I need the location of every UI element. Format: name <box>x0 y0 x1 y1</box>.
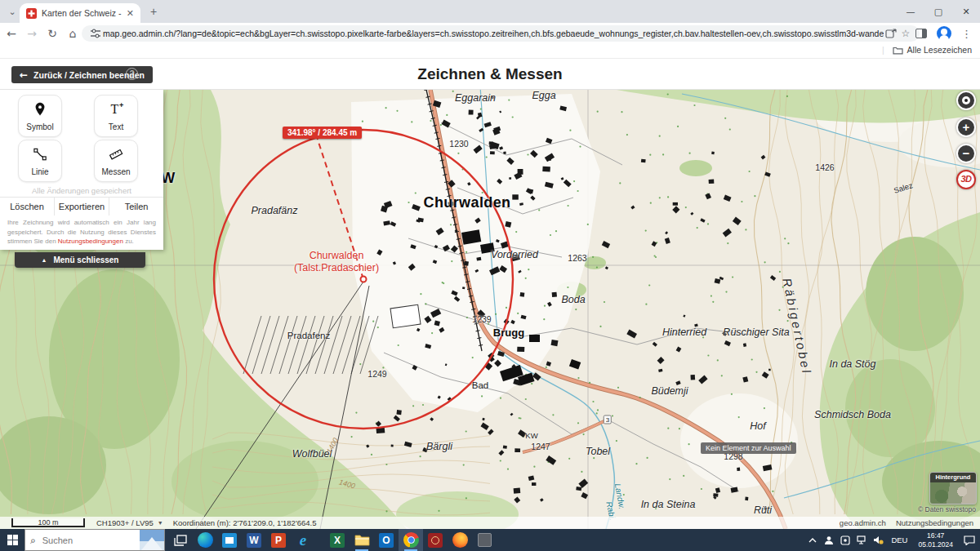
disclaimer-text: Ihre Zeichnung wird automatisch ein Jahr… <box>7 218 156 247</box>
firefox-icon[interactable] <box>448 529 472 551</box>
file-explorer-icon[interactable] <box>350 529 374 551</box>
forward-icon[interactable]: → <box>23 24 41 42</box>
terms-link[interactable]: Nutzungsbedingungen <box>58 238 123 245</box>
footer-links: geo.admin.chNutzungsbedingungen <box>840 518 973 527</box>
side-panel-icon[interactable] <box>915 29 927 38</box>
browser-tab-strip: ⌄ Karten der Schweiz - Schweize ✕ + — ▢ … <box>0 0 980 23</box>
profile-avatar[interactable] <box>937 26 951 41</box>
measure-tooltip: 341.98° / 284.45 m <box>283 127 362 139</box>
tune-icon <box>88 29 103 38</box>
chrome-icon[interactable] <box>399 529 423 551</box>
powerpoint-icon[interactable]: P <box>266 529 291 551</box>
taskbar-search[interactable]: ⌕ <box>24 529 165 551</box>
tool-button-symbol[interactable]: Symbol <box>18 95 62 137</box>
saved-status: Alle Änderungen gespeichert <box>0 186 163 195</box>
internet-explorer-icon[interactable]: e <box>291 529 315 551</box>
tab-close-icon[interactable]: ✕ <box>127 8 134 19</box>
back-icon[interactable]: ← <box>2 24 20 42</box>
search-highlight-image[interactable] <box>140 530 164 550</box>
reload-icon[interactable]: ↻ <box>43 24 61 42</box>
app-header: Zeichnen & Messen ← Zurück / Zeichnen be… <box>0 59 980 90</box>
symbol-pin-icon <box>32 101 48 121</box>
tray-network-icon[interactable] <box>853 529 870 551</box>
map-footer: 100 m CH1903+ / LV95 ▼ Koordinaten (m): … <box>0 517 980 529</box>
tab-search-chevron-icon[interactable]: ⌄ <box>7 7 18 18</box>
outlook-icon[interactable]: O <box>374 529 399 551</box>
excel-icon[interactable]: X <box>325 529 350 551</box>
back-arrow-icon: ← <box>20 69 28 81</box>
text-icon: T+ <box>108 101 124 121</box>
action-löschen[interactable]: Löschen <box>0 198 55 216</box>
background-thumbnail <box>930 482 976 504</box>
screen: ⌄ Karten der Schweiz - Schweize ✕ + — ▢ … <box>0 0 980 551</box>
drawing-tools: SymbolT+TextLinieMessen <box>18 95 145 182</box>
tab-title: Karten der Schweiz - Schweize <box>42 8 123 18</box>
language-indicator[interactable]: DEU <box>886 535 912 544</box>
tool-button-text[interactable]: T+Text <box>94 95 138 137</box>
map-canvas[interactable]: EggarainEgga12301426SalezChurwaldenPrada… <box>0 90 980 529</box>
drawing-panel: SymbolT+TextLinieMessen Alle Änderungen … <box>0 90 163 250</box>
action-teilen[interactable]: Teilen <box>109 198 163 216</box>
taskbar-clock[interactable]: 16:47 05.01.2024 <box>912 531 959 549</box>
tray-chevron-up-icon[interactable] <box>804 529 821 551</box>
browser-toolbar: ← → ↻ ⌂ map.geo.admin.ch/?lang=de&topic=… <box>0 23 980 44</box>
zoom-out-button[interactable]: − <box>956 144 976 163</box>
start-button[interactable] <box>0 529 24 551</box>
taskbar-apps: WPeXO <box>168 529 497 551</box>
tool-button-linie[interactable]: Linie <box>18 140 62 182</box>
svg-text:+: + <box>119 101 123 109</box>
background-layer-selector[interactable]: Hintergrund <box>929 472 977 504</box>
footer-link-geo.admin.ch[interactable]: geo.admin.ch <box>840 518 886 527</box>
tray-user-icon[interactable] <box>821 529 837 551</box>
word-icon[interactable]: W <box>242 529 266 551</box>
toggle-3d-button[interactable]: 3D <box>956 170 976 189</box>
windows-logo-icon <box>7 535 18 545</box>
measure-icon <box>108 146 124 166</box>
dictionary-icon[interactable] <box>423 529 448 551</box>
line-icon <box>32 146 48 166</box>
browser-tab[interactable]: Karten der Schweiz - Schweize ✕ <box>20 3 140 23</box>
share-icon[interactable] <box>884 29 898 38</box>
tray-security-icon[interactable] <box>837 529 853 551</box>
panel-actions: LöschenExportierenTeilen <box>0 198 163 216</box>
action-exportieren[interactable]: Exportieren <box>55 198 109 216</box>
projection-label: CH1903+ / LV95 <box>96 518 154 527</box>
zoom-in-button[interactable]: + <box>956 118 976 137</box>
help-icon[interactable]: ? <box>126 68 138 80</box>
geolocate-button[interactable] <box>956 91 976 110</box>
windows-taskbar: ⌕ WPeXO DEU 16:47 05.01.2024 <box>0 529 980 551</box>
scale-bar: 100 m <box>11 518 85 527</box>
background-label: Hintergrund <box>930 473 976 482</box>
clock-date: 05.01.2024 <box>918 540 953 549</box>
task-view-icon[interactable] <box>168 529 193 551</box>
window-close-icon[interactable]: ✕ <box>952 0 980 23</box>
window-minimize-icon[interactable]: — <box>897 0 924 23</box>
window-maximize-icon[interactable]: ▢ <box>924 0 952 23</box>
close-menu-button[interactable]: ▲Menü schliessen <box>15 252 145 268</box>
coordinates-readout: Koordinaten (m): 2'761'209.0, 1'182'664.… <box>173 518 317 527</box>
all-bookmarks-button[interactable]: | Alle Lesezeichen <box>882 45 972 55</box>
clock-time: 16:47 <box>918 531 953 540</box>
footer-link-nutzungsbedingungen[interactable]: Nutzungsbedingungen <box>896 518 973 527</box>
tray-volume-icon[interactable] <box>870 529 886 551</box>
selection-tooltip: Kein Element zur Auswahl <box>701 442 796 454</box>
folder-icon <box>893 46 903 55</box>
utility-icon[interactable] <box>472 529 497 551</box>
chevron-up-icon: ▲ <box>42 257 47 263</box>
url-text: map.geo.admin.ch/?lang=de&topic=ech&bgLa… <box>103 29 884 38</box>
search-icon: ⌕ <box>30 535 36 546</box>
home-icon[interactable]: ⌂ <box>64 24 82 42</box>
browser-menu-icon[interactable]: ⋮ <box>961 28 972 40</box>
projection-selector[interactable]: CH1903+ / LV95 ▼ <box>96 518 163 527</box>
mail-icon[interactable] <box>217 529 242 551</box>
new-tab-button[interactable]: + <box>147 6 160 19</box>
edge-icon[interactable] <box>193 529 217 551</box>
tool-label: Messen <box>101 167 130 176</box>
address-bar[interactable]: map.geo.admin.ch/?lang=de&topic=ech&bgLa… <box>82 25 920 42</box>
search-input[interactable] <box>41 535 122 546</box>
action-center-icon[interactable] <box>959 529 980 551</box>
close-menu-label: Menü schliessen <box>53 256 118 264</box>
tool-button-messen[interactable]: Messen <box>94 140 138 182</box>
geolocate-icon <box>962 96 970 104</box>
bookmarks-bar: | Alle Lesezeichen <box>0 44 980 59</box>
